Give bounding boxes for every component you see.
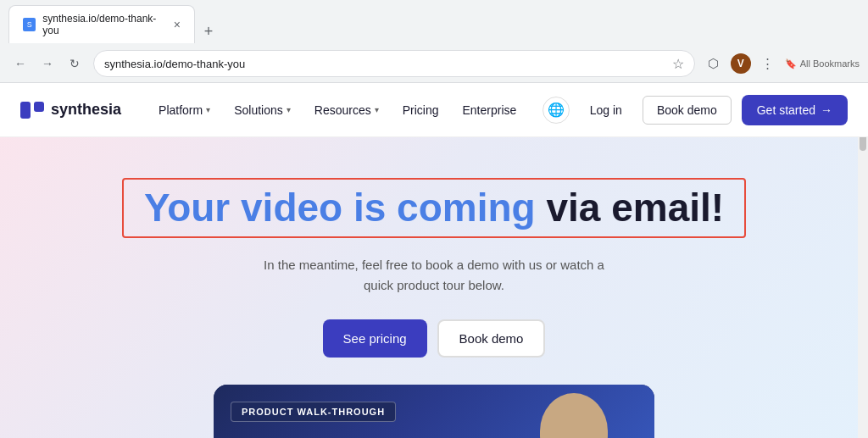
page-content: synthesia Platform ▾ Solutions ▾ Resourc… xyxy=(0,83,868,438)
hero-section: Your video is coming via email! In the m… xyxy=(0,137,868,438)
navbar: synthesia Platform ▾ Solutions ▾ Resourc… xyxy=(0,83,868,137)
nav-platform[interactable]: Platform ▾ xyxy=(148,97,220,124)
arrow-icon: → xyxy=(821,103,832,117)
book-demo-nav-button[interactable]: Book demo xyxy=(643,96,732,125)
synthesia-logo-icon xyxy=(20,102,44,119)
platform-chevron-icon: ▾ xyxy=(206,105,210,114)
person-silhouette xyxy=(485,385,654,438)
tabs-bar: S synthesia.io/demo-thank-you × + xyxy=(0,0,868,43)
svg-rect-1 xyxy=(34,102,44,112)
bookmark-star-icon[interactable]: ☆ xyxy=(672,56,684,72)
browser-top-bar: ← → ↻ synthesia.io/demo-thank-you ☆ ⬡ V … xyxy=(0,43,868,82)
nav-right: 🌐 Log in Book demo Get started → xyxy=(542,95,848,125)
svg-rect-0 xyxy=(20,102,31,119)
get-started-button[interactable]: Get started → xyxy=(742,95,848,125)
menu-button[interactable]: ⋮ xyxy=(756,52,780,75)
extensions-button[interactable]: ⬡ xyxy=(702,52,726,75)
bookmarks-label: 🔖All Bookmarks xyxy=(785,58,860,69)
address-text: synthesia.io/demo-thank-you xyxy=(104,58,665,70)
hero-heading: Your video is coming via email! xyxy=(122,178,746,238)
forward-button[interactable]: → xyxy=(36,52,59,75)
address-bar[interactable]: synthesia.io/demo-thank-you ☆ xyxy=(93,50,695,77)
solutions-chevron-icon: ▾ xyxy=(287,105,291,114)
login-button[interactable]: Log in xyxy=(580,97,632,124)
tab-title: synthesia.io/demo-thank-you xyxy=(42,13,167,36)
tab-favicon: S xyxy=(23,18,36,31)
new-tab-button[interactable]: + xyxy=(197,19,220,43)
hero-heading-dark: via email! xyxy=(546,186,724,230)
see-pricing-button[interactable]: See pricing xyxy=(323,319,427,358)
nav-enterprise[interactable]: Enterprise xyxy=(452,97,526,124)
back-button[interactable]: ← xyxy=(8,52,32,75)
nav-pricing[interactable]: Pricing xyxy=(392,97,449,124)
video-card[interactable]: PRODUCT WALK-THROUGH Discover Synthesia xyxy=(214,385,654,438)
reload-button[interactable]: ↻ xyxy=(63,52,86,75)
tab-close-button[interactable]: × xyxy=(174,18,181,31)
resources-chevron-icon: ▾ xyxy=(375,105,379,114)
video-label: PRODUCT WALK-THROUGH xyxy=(231,402,396,422)
active-tab[interactable]: S synthesia.io/demo-thank-you × xyxy=(8,5,195,43)
hero-subtitle: In the meantime, feel free to book a dem… xyxy=(256,255,612,296)
hero-buttons: See pricing Book demo xyxy=(323,319,546,358)
person-head xyxy=(540,393,608,438)
nav-links: Platform ▾ Solutions ▾ Resources ▾ Prici… xyxy=(148,97,542,124)
nav-solutions[interactable]: Solutions ▾ xyxy=(224,97,301,124)
nav-resources[interactable]: Resources ▾ xyxy=(304,97,389,124)
book-demo-hero-button[interactable]: Book demo xyxy=(437,319,546,358)
logo-text: synthesia xyxy=(51,101,121,119)
logo-area[interactable]: synthesia xyxy=(20,101,121,119)
language-button[interactable]: 🌐 xyxy=(542,97,570,124)
hero-heading-colored: Your video is coming xyxy=(144,186,536,230)
browser-actions: ⬡ V ⋮ 🔖All Bookmarks xyxy=(702,52,860,75)
nav-icons: ← → ↻ xyxy=(8,52,86,75)
profile-avatar[interactable]: V xyxy=(731,53,751,74)
